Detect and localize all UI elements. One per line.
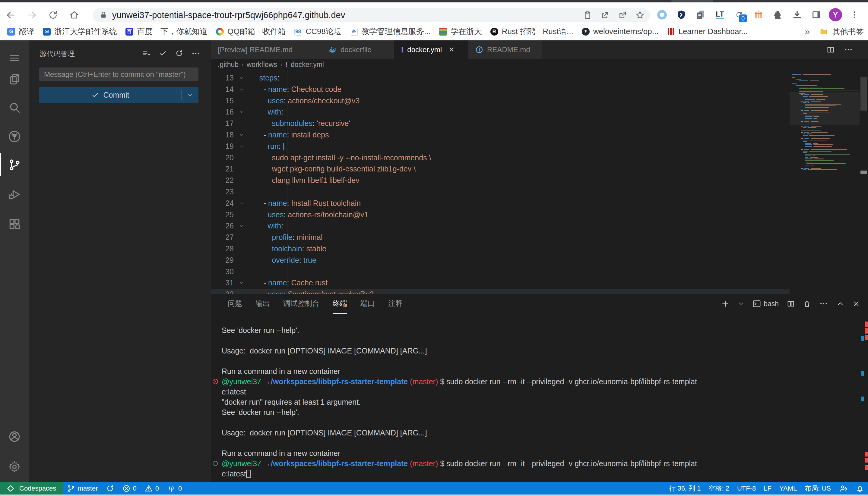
bookmark-item[interactable]: 百百度一下，你就知道	[121, 25, 212, 38]
panel-tab-item[interactable]: 调试控制台	[283, 294, 319, 314]
bookmark-item[interactable]: Learner Dashboar...	[663, 25, 752, 38]
download-icon[interactable]	[790, 8, 804, 22]
fold-chevron-icon[interactable]	[239, 280, 244, 286]
status-item[interactable]	[102, 482, 118, 495]
scrollbar-thumb-secondary[interactable]	[860, 171, 867, 174]
bookmark-item[interactable]: 学在浙大	[435, 25, 486, 38]
puzzle-extensions-icon[interactable]	[771, 8, 785, 22]
editor-scrollbar[interactable]	[859, 70, 868, 294]
maximize-panel-icon[interactable]	[836, 299, 844, 308]
code-line[interactable]: 31 - name: Cache rust	[211, 277, 790, 289]
breadcrumb-item[interactable]: .github	[218, 61, 239, 69]
refresh-icon[interactable]	[175, 49, 183, 58]
tab-close-icon[interactable]: ✕	[448, 46, 454, 54]
settings-gear-icon[interactable]	[0, 454, 29, 480]
bookmark-item[interactable]: ✉浙江大学邮件系统	[39, 25, 121, 38]
code-editor[interactable]: 13 steps:14 - name: Checkout code15 uses…	[211, 70, 790, 294]
split-terminal-icon[interactable]	[787, 299, 795, 308]
commit-message-input[interactable]: Message (Ctrl+Enter to commit on "master…	[39, 67, 198, 81]
code-line[interactable]: 25 uses: actions-rs/toolchain@v1	[211, 209, 790, 221]
extension-ring-icon[interactable]	[655, 8, 669, 22]
status-item[interactable]: 布局: US	[801, 482, 835, 495]
split-editor-icon[interactable]	[826, 46, 835, 54]
explorer-icon[interactable]	[0, 66, 29, 92]
status-item[interactable]: 空格: 2	[705, 482, 733, 495]
panel-tab-item[interactable]: 输出	[255, 294, 270, 314]
profile-avatar[interactable]: Y	[829, 8, 842, 21]
code-line[interactable]: 22 clang llvm libelf1 libelf-dev	[211, 175, 790, 186]
status-item[interactable]: 行 36, 列 1	[665, 482, 705, 495]
reload-icon[interactable]	[46, 9, 60, 22]
media-control-icon[interactable]	[582, 9, 594, 21]
fold-chevron-icon[interactable]	[239, 201, 244, 206]
languagetool-icon[interactable]: LT	[713, 8, 727, 22]
remote-indicator[interactable]: Codespaces	[0, 482, 63, 495]
code-line[interactable]: 27 profile: minimal	[211, 232, 790, 243]
code-line[interactable]: 17 submodules: 'recursive'	[211, 118, 790, 129]
status-item[interactable]: LF	[760, 482, 775, 495]
panel-tab-item[interactable]: 问题	[228, 294, 242, 314]
terminal-dropdown-icon[interactable]	[738, 300, 744, 307]
code-line[interactable]: 32 uses: Swatinem/rust-cache@v2	[211, 289, 790, 294]
editor-tab[interactable]: dockerfile	[321, 41, 394, 59]
code-line[interactable]: 14 - name: Checkout code	[211, 84, 790, 95]
browser-menu-icon[interactable]	[848, 8, 862, 22]
code-line[interactable]: 23	[211, 186, 790, 198]
view-options-icon[interactable]	[142, 49, 151, 58]
fold-chevron-icon[interactable]	[239, 223, 244, 229]
fold-chevron-icon[interactable]	[239, 75, 244, 81]
run-debug-icon[interactable]	[0, 182, 29, 207]
bookmark-item[interactable]: RRust 招聘 - Rust语...	[486, 25, 578, 38]
fold-chevron-icon[interactable]	[239, 132, 244, 138]
terminal-instance[interactable]: bash	[752, 299, 779, 308]
terminal[interactable]: See 'docker run --help'.Usage: docker ru…	[211, 325, 868, 479]
bookmarks-overflow-chevron[interactable]: »	[805, 27, 810, 37]
scrollbar-thumb[interactable]	[860, 77, 867, 111]
bookmark-item[interactable]: weloveinterns/op...	[578, 25, 663, 38]
code-line[interactable]: 29 override: true	[211, 254, 790, 266]
code-line[interactable]: 16 with:	[211, 106, 790, 118]
code-line[interactable]: 19 run: |	[211, 141, 790, 152]
bookmark-item[interactable]: G翻译	[3, 25, 39, 38]
commit-button[interactable]: Commit	[39, 87, 198, 103]
github-icon[interactable]	[0, 124, 29, 150]
panel-more-icon[interactable]	[819, 299, 828, 308]
code-line[interactable]: 20 sudo apt-get install -y --no-install-…	[211, 152, 790, 164]
back-icon[interactable]	[4, 9, 17, 22]
more-actions-icon[interactable]	[191, 49, 200, 58]
code-line[interactable]: 30	[211, 266, 790, 278]
status-item[interactable]: 0	[163, 482, 186, 495]
fold-chevron-icon[interactable]	[239, 109, 244, 115]
code-line[interactable]: 15 uses: actions/checkout@v3	[211, 95, 790, 107]
address-bar[interactable]: yunwei37-potential-space-trout-rpr5qwj66…	[93, 8, 650, 22]
sync-extension-icon[interactable]: 0	[732, 8, 746, 22]
bookmark-item[interactable]: ❋教学管理信息服务...	[346, 25, 435, 38]
kill-terminal-icon[interactable]	[803, 299, 811, 308]
extension-shield-icon[interactable]	[674, 8, 688, 22]
editor-tab[interactable]: [Preview] README.md	[211, 41, 321, 59]
breadcrumb-item[interactable]: docker.yml	[291, 61, 324, 69]
account-icon[interactable]	[0, 424, 29, 450]
code-line[interactable]: 26 with:	[211, 220, 790, 232]
code-line[interactable]: 24 - name: Install Rust toolchain	[211, 198, 790, 209]
status-item[interactable]: master	[63, 482, 102, 495]
other-bookmarks-label[interactable]: 其他书签	[833, 27, 864, 37]
code-line[interactable]: 18 - name: install deps	[211, 129, 790, 141]
extensions-icon[interactable]	[0, 211, 29, 237]
extension-pages-icon[interactable]	[694, 8, 707, 22]
code-line[interactable]: 21 wget pkg-config build-essential zlib1…	[211, 163, 790, 175]
fold-chevron-icon[interactable]	[239, 144, 244, 149]
minimap-slider[interactable]	[790, 92, 859, 125]
editor-tab[interactable]: README.md	[468, 41, 542, 59]
url-text[interactable]: yunwei37-potential-space-trout-rpr5qwj66…	[112, 10, 576, 20]
code-line[interactable]: 28 toolchain: stable	[211, 243, 790, 254]
editor-more-actions-icon[interactable]	[844, 45, 853, 54]
panel-tab-active[interactable]: 终端	[333, 294, 347, 314]
side-panel-icon[interactable]	[809, 8, 823, 22]
status-item[interactable]: 0	[140, 482, 163, 495]
forward-icon[interactable]	[25, 9, 39, 22]
status-item[interactable]: UTF-8	[733, 482, 760, 495]
new-terminal-icon[interactable]	[721, 299, 730, 308]
search-icon[interactable]	[0, 95, 29, 121]
bookmark-item[interactable]: QQ邮箱 - 收件箱	[212, 25, 290, 38]
